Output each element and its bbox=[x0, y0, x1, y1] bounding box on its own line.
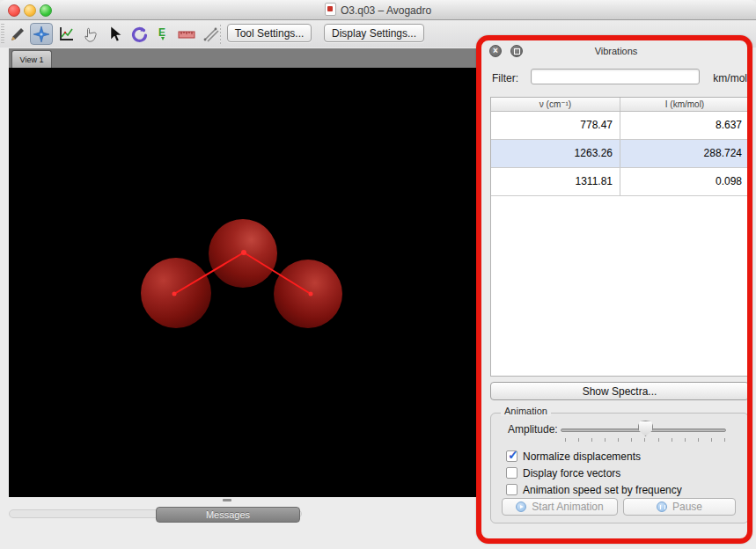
vibrations-panel: × Vibrations Filter: km/mol ν (cm⁻¹) I (… bbox=[481, 40, 751, 538]
column-header-intensity[interactable]: I (km/mol) bbox=[620, 98, 749, 111]
checkbox-label: Animation speed set by frequency bbox=[523, 484, 682, 496]
frequency-cell: 1311.81 bbox=[491, 168, 620, 195]
checkbox-animation-speed[interactable]: Animation speed set by frequency bbox=[506, 483, 682, 496]
tool-button-align[interactable] bbox=[199, 23, 222, 45]
unit-label: km/mol bbox=[713, 72, 747, 84]
tool-button-manipulate[interactable] bbox=[79, 23, 102, 45]
checkbox-unchecked-icon bbox=[506, 467, 517, 479]
checkmark-icon: ✓ bbox=[508, 448, 518, 462]
filter-input[interactable] bbox=[531, 69, 700, 84]
animation-group-label: Animation bbox=[501, 406, 551, 416]
tool-button-auto-optimize[interactable]: E bbox=[151, 23, 174, 45]
chart-icon bbox=[57, 26, 75, 43]
slider-ticks bbox=[565, 438, 725, 442]
intensity-cell: 0.098 bbox=[620, 168, 749, 195]
amplitude-label: Amplitude: bbox=[508, 423, 558, 436]
bond-lines bbox=[9, 68, 477, 497]
rotate-icon bbox=[130, 26, 148, 43]
hand-icon bbox=[82, 26, 99, 43]
checkbox-checked-icon: ✓ bbox=[506, 450, 517, 462]
checkbox-unchecked-icon bbox=[506, 484, 517, 495]
optimize-icon: E bbox=[154, 26, 172, 43]
panel-title: Vibrations bbox=[481, 46, 751, 56]
filter-label: Filter: bbox=[492, 72, 518, 84]
align-icon bbox=[202, 26, 219, 43]
pencil-icon bbox=[9, 26, 26, 43]
tool-button-measure[interactable] bbox=[175, 23, 198, 45]
pause-label: Pause bbox=[672, 501, 702, 513]
avogadro-window: O3.q03 – Avogadro E To bbox=[0, 0, 756, 549]
table-row-highlighted[interactable]: 1263.26 288.724 bbox=[491, 140, 749, 168]
messages-button[interactable]: Messages bbox=[156, 507, 300, 523]
window-title: O3.q03 – Avogadro bbox=[0, 3, 756, 17]
checkbox-normalize-displacements[interactable]: ✓ Normalize displacements bbox=[506, 450, 641, 463]
molecule-viewport[interactable] bbox=[9, 68, 477, 497]
vibrations-table: ν (cm⁻¹) I (km/mol) 778.47 8.637 1263.26… bbox=[490, 97, 750, 377]
ruler-icon bbox=[178, 26, 195, 43]
tool-button-selection[interactable] bbox=[103, 23, 126, 45]
cursor-icon bbox=[106, 26, 123, 43]
tab-view-1[interactable]: View 1 bbox=[11, 50, 52, 68]
tool-button-draw[interactable] bbox=[6, 23, 29, 45]
checkbox-label: Display force vectors bbox=[523, 467, 620, 479]
intensity-cell: 288.724 bbox=[620, 140, 749, 167]
tool-button-navigate[interactable] bbox=[30, 23, 53, 45]
table-row[interactable]: 778.47 8.637 bbox=[491, 112, 749, 140]
show-spectra-button[interactable]: Show Spectra... bbox=[490, 382, 749, 400]
view-tab-bar: View 1 bbox=[9, 48, 477, 68]
display-settings-button[interactable]: Display Settings... bbox=[324, 24, 424, 42]
tool-button-plot[interactable] bbox=[55, 23, 77, 45]
pause-button[interactable]: Pause bbox=[623, 498, 736, 516]
start-animation-button[interactable]: Start Animation bbox=[502, 498, 618, 516]
svg-text:E: E bbox=[158, 26, 165, 39]
title-bar: O3.q03 – Avogadro bbox=[0, 0, 756, 20]
play-icon bbox=[516, 501, 526, 512]
pause-icon bbox=[657, 501, 667, 512]
table-header-row: ν (cm⁻¹) I (km/mol) bbox=[491, 98, 749, 112]
intensity-cell: 8.637 bbox=[620, 112, 749, 139]
navigate-star-icon bbox=[33, 26, 50, 43]
frequency-cell: 778.47 bbox=[491, 112, 620, 139]
tool-settings-button[interactable]: Tool Settings... bbox=[227, 24, 312, 42]
document-icon bbox=[325, 3, 336, 16]
checkbox-display-force-vectors[interactable]: Display force vectors bbox=[506, 466, 620, 479]
checkbox-label: Normalize displacements bbox=[523, 450, 641, 463]
messages-dock-grip[interactable] bbox=[223, 499, 231, 501]
toolbar-grip bbox=[1, 24, 4, 45]
column-header-frequency[interactable]: ν (cm⁻¹) bbox=[491, 98, 620, 111]
table-row[interactable]: 1311.81 0.098 bbox=[491, 168, 749, 196]
start-animation-label: Start Animation bbox=[532, 501, 603, 513]
tool-button-auto-rotate[interactable] bbox=[128, 23, 150, 45]
toolbar-separator bbox=[220, 25, 221, 44]
frequency-cell: 1263.26 bbox=[491, 140, 620, 167]
